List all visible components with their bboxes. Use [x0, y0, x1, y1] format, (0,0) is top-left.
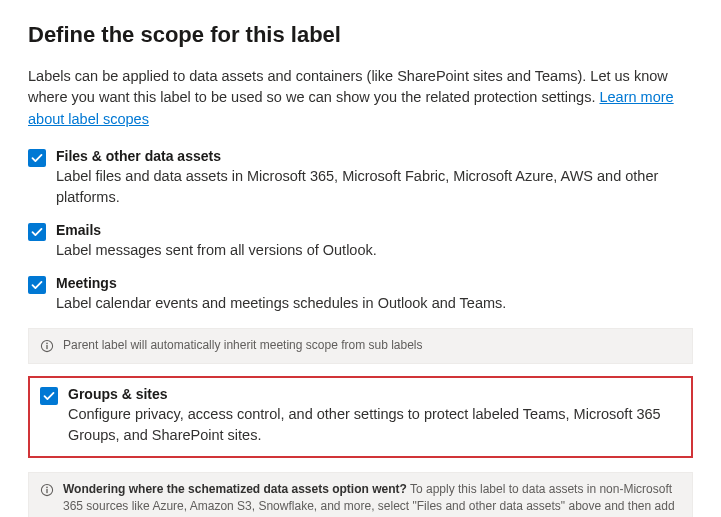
option-emails-title: Emails: [56, 222, 693, 238]
banner-meetings-inherit: Parent label will automatically inherit …: [28, 328, 693, 363]
svg-rect-5: [46, 489, 47, 493]
svg-point-1: [46, 343, 48, 345]
option-groups-title: Groups & sites: [68, 386, 681, 402]
option-meetings-title: Meetings: [56, 275, 693, 291]
intro-paragraph: Labels can be applied to data assets and…: [28, 66, 693, 130]
info-icon: [39, 482, 55, 498]
checkbox-files[interactable]: [28, 149, 46, 167]
option-files: Files & other data assets Label files an…: [28, 148, 693, 208]
checkmark-icon: [31, 152, 43, 164]
svg-rect-2: [46, 345, 47, 349]
info-icon: [39, 338, 55, 354]
intro-text: Labels can be applied to data assets and…: [28, 68, 668, 105]
option-files-title: Files & other data assets: [56, 148, 693, 164]
banner-schematized-text: Wondering where the schematized data ass…: [63, 481, 682, 517]
banner-meetings-inherit-text: Parent label will automatically inherit …: [63, 337, 682, 354]
option-meetings-desc: Label calendar events and meetings sched…: [56, 293, 693, 314]
option-groups: Groups & sites Configure privacy, access…: [40, 386, 681, 446]
checkmark-icon: [31, 279, 43, 291]
option-groups-highlight: Groups & sites Configure privacy, access…: [28, 376, 693, 458]
option-files-desc: Label files and data assets in Microsoft…: [56, 166, 693, 208]
checkbox-emails[interactable]: [28, 223, 46, 241]
page-title: Define the scope for this label: [28, 22, 693, 48]
banner-schematized: Wondering where the schematized data ass…: [28, 472, 693, 517]
option-emails-desc: Label messages sent from all versions of…: [56, 240, 693, 261]
checkmark-icon: [43, 390, 55, 402]
svg-point-4: [46, 486, 48, 488]
option-meetings: Meetings Label calendar events and meeti…: [28, 275, 693, 314]
checkbox-groups[interactable]: [40, 387, 58, 405]
option-groups-desc: Configure privacy, access control, and o…: [68, 404, 681, 446]
option-emails: Emails Label messages sent from all vers…: [28, 222, 693, 261]
banner-schematized-lead: Wondering where the schematized data ass…: [63, 482, 407, 496]
checkmark-icon: [31, 226, 43, 238]
checkbox-meetings[interactable]: [28, 276, 46, 294]
